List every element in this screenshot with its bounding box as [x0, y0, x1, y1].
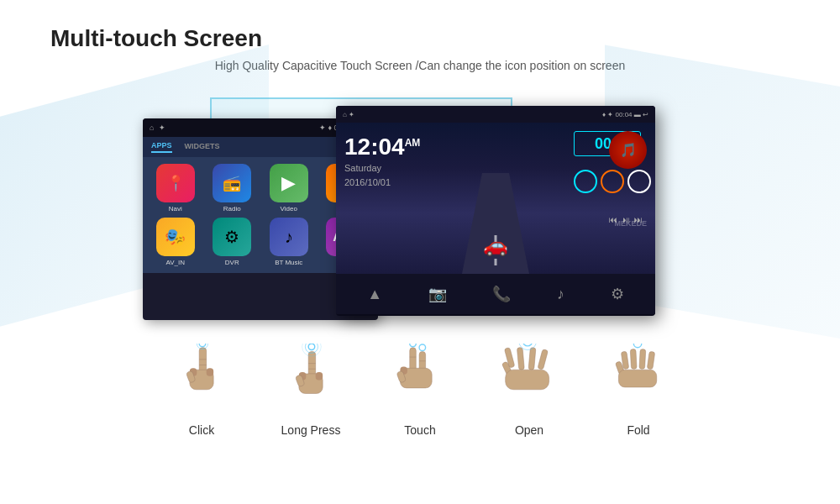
home-icon: ⌂	[150, 123, 154, 132]
gesture-click: Click	[147, 341, 256, 437]
svg-rect-33	[506, 370, 549, 390]
svg-rect-12	[316, 372, 323, 380]
app-dvr[interactable]: ⚙ DVR	[207, 218, 259, 266]
circle-cyan	[574, 170, 597, 193]
music-icon[interactable]: ♪	[557, 286, 564, 303]
status-icons-left: ⌂ ✦	[150, 123, 165, 132]
fold-gesture-icon	[605, 341, 672, 417]
gesture-longpress: Long Press	[256, 341, 365, 437]
gesture-touch: Touch	[365, 341, 475, 437]
radio-label: Radio	[223, 205, 241, 213]
open-label: Open	[515, 423, 543, 437]
touch-gesture-icon	[386, 341, 454, 417]
touch-label: Touch	[404, 423, 435, 437]
main-screen-content: 🚗 12:04AM Saturday 2016/10/01 000	[336, 123, 655, 274]
gesture-fold: Fold	[584, 341, 693, 437]
bt-icon-box: ♪	[270, 218, 308, 256]
fold-label: Fold	[627, 423, 649, 437]
app-video[interactable]: ▶ Video	[263, 164, 315, 213]
page-container: Multi-touch Screen High Quality Capaciti…	[0, 0, 840, 504]
settings-gear-icon[interactable]: ⚙	[611, 285, 624, 303]
svg-rect-41	[618, 370, 656, 387]
svg-rect-38	[639, 349, 646, 369]
settings-icon: ✦	[159, 123, 165, 132]
radio-icon-box: 📻	[213, 164, 251, 202]
svg-rect-31	[538, 349, 548, 370]
status-bar-right: ⌂ ✦ ♦ ✦ 00:04 ▬ ↩	[336, 106, 655, 123]
tab-apps[interactable]: APPS	[151, 141, 172, 153]
day-display: Saturday	[344, 163, 470, 173]
open-gesture-icon	[496, 341, 563, 417]
status-info-right: ♦ ✦ 00:04 ▬ ↩	[602, 111, 648, 118]
nav-arrow-icon[interactable]: ▲	[367, 286, 382, 303]
navi-label: Navi	[169, 205, 182, 213]
video-icon-box: ▶	[270, 164, 308, 202]
time-display: 12:04AM	[344, 135, 470, 159]
dvr-icon-box: ⚙	[213, 218, 251, 256]
car-icon: 🚗	[483, 234, 508, 257]
svg-rect-3	[207, 368, 214, 375]
time-panel: 12:04AM Saturday 2016/10/01	[336, 123, 479, 274]
road-line-3	[495, 259, 497, 265]
svg-rect-30	[528, 347, 536, 370]
avin-label: AV_IN	[165, 259, 185, 266]
camera-icon[interactable]: 📷	[428, 285, 447, 303]
app-radio[interactable]: 📻 Radio	[207, 164, 259, 213]
longpress-label: Long Press	[281, 423, 341, 437]
page-subtitle: High Quality Capacitive Touch Screen /Ca…	[50, 59, 790, 72]
longpress-gesture-icon	[277, 341, 344, 417]
gestures-area: Click	[0, 337, 840, 441]
video-label: Video	[281, 205, 297, 213]
svg-rect-19	[410, 347, 417, 370]
app-navi[interactable]: 📍 Navi	[150, 164, 202, 213]
time-value: 12:04	[344, 134, 405, 160]
tab-widgets[interactable]: WIDGETS	[185, 142, 220, 152]
app-btmusic[interactable]: ♪ BT Music	[263, 218, 315, 266]
header: Multi-touch Screen High Quality Capaciti…	[0, 0, 840, 93]
app-avin[interactable]: 🎭 AV_IN	[150, 218, 202, 266]
music-orb: 🎵	[609, 131, 647, 169]
bt-label: BT Music	[275, 259, 302, 266]
phone-icon[interactable]: 📞	[492, 285, 511, 303]
dvr-label: DVR	[225, 259, 239, 266]
svg-rect-37	[630, 349, 637, 369]
click-label: Click	[189, 423, 214, 437]
click-gesture-icon	[168, 341, 235, 417]
navi-icon-box: 📍	[156, 164, 195, 202]
gesture-open: Open	[475, 341, 584, 437]
music-orb-container: 🎵 ⏮ ⏯ ⏭	[609, 131, 647, 224]
svg-rect-29	[517, 347, 524, 370]
screen-main-ui: ⌂ ✦ ♦ ✦ 00:04 ▬ ↩ 🚗 12:04A	[336, 106, 655, 316]
screens-area: ⌂ ✦ ✦ ♦ 00:04 ▬ ↩ APPS WIDGETS 📍 Navi 📻	[0, 93, 840, 345]
avin-icon-box: 🎭	[156, 218, 195, 256]
bottom-nav-bar: ▲ 📷 📞 ♪ ⚙	[336, 274, 655, 314]
watermark: MEKEDE	[614, 219, 647, 228]
date-display: 2016/10/01	[344, 177, 470, 187]
home-icon-right: ⌂ ✦	[343, 111, 354, 118]
svg-rect-39	[647, 351, 654, 369]
am-pm: AM	[405, 137, 421, 149]
page-title: Multi-touch Screen	[50, 25, 790, 52]
